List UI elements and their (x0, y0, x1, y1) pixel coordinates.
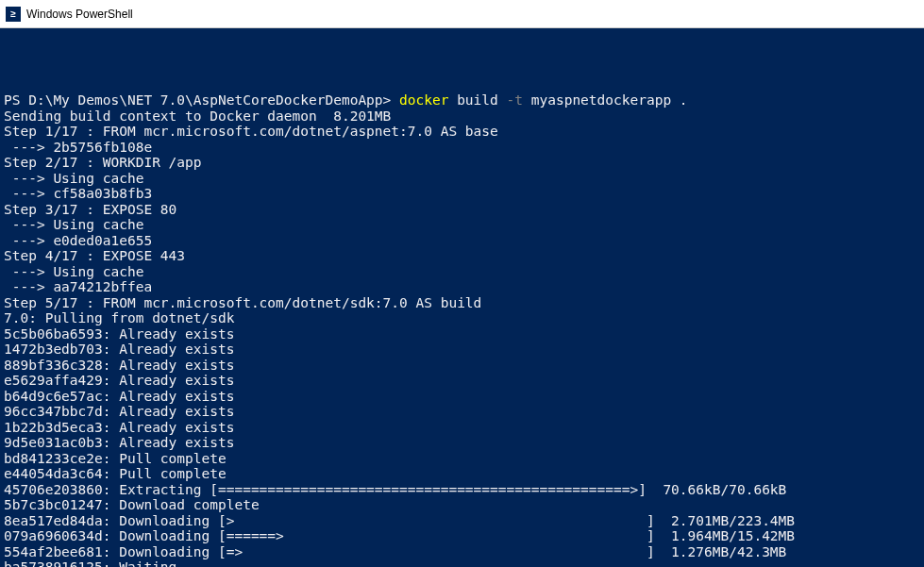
command-args: myaspnetdockerapp . (531, 92, 688, 108)
output-line: Step 1/17 : FROM mcr.microsoft.com/dotne… (4, 124, 498, 139)
powershell-icon: ≥ (6, 7, 21, 22)
terminal-output[interactable]: PS D:\My Demos\NET 7.0\AspNetCoreDockerD… (0, 28, 924, 567)
output-line: 5c5b06ba6593: Already exists (4, 326, 234, 342)
command-flag: -t (507, 92, 531, 108)
output-line: Sending build context to Docker daemon 8… (4, 108, 391, 124)
output-line: 5b7c3bc01247: Download complete (4, 497, 260, 512)
prompt-prefix: PS D:\My Demos\NET 7.0\AspNetCoreDockerD… (4, 92, 399, 108)
output-line: Step 4/17 : EXPOSE 443 (4, 248, 185, 263)
output-line: bd841233ce2e: Pull complete (4, 451, 227, 466)
output-line: Step 3/17 : EXPOSE 80 (4, 202, 176, 217)
output-line: 554af2bee681: Downloading [=> ] 1.276MB/… (4, 544, 786, 559)
output-line: 96cc347bbc7d: Already exists (4, 404, 234, 419)
output-line: ---> cf58a03b8fb3 (4, 186, 152, 201)
output-line: 889bf336c328: Already exists (4, 358, 234, 373)
output-line: Step 5/17 : FROM mcr.microsoft.com/dotne… (4, 295, 481, 310)
output-line: 079a6960634d: Downloading [======> ] 1.9… (4, 528, 795, 543)
output-line: 45706e203860: Extracting [==============… (4, 482, 786, 497)
output-line: e5629affa429: Already exists (4, 373, 234, 388)
output-line: ---> 2b5756fb108e (4, 140, 152, 155)
output-line: ---> Using cache (4, 264, 143, 279)
titlebar[interactable]: ≥ Windows PowerShell (0, 0, 924, 28)
output-line: ba5738916125: Waiting (4, 559, 176, 567)
output-line: ---> e0ded0a1e655 (4, 233, 152, 248)
output-line: ---> Using cache (4, 217, 143, 232)
prompt-line: PS D:\My Demos\NET 7.0\AspNetCoreDockerD… (4, 92, 688, 108)
blank-line (4, 77, 12, 92)
output-line: ---> aa74212bffea (4, 279, 152, 294)
blank-line (4, 46, 12, 61)
output-line: e44054da3c64: Pull complete (4, 466, 227, 481)
window-title: Windows PowerShell (26, 8, 133, 21)
blank-line (4, 61, 12, 76)
command-sub: build (457, 92, 506, 108)
output-line: 1472b3edb703: Already exists (4, 342, 234, 357)
output-line: b64d9c6e57ac: Already exists (4, 389, 234, 404)
output-line: 1b22b3d5eca3: Already exists (4, 420, 234, 435)
output-line: ---> Using cache (4, 171, 143, 186)
output-line: 8ea517ed84da: Downloading [> ] 2.701MB/2… (4, 513, 795, 528)
output-line: 9d5e031ac0b3: Already exists (4, 435, 234, 450)
command-docker: docker (399, 92, 457, 108)
output-line: 7.0: Pulling from dotnet/sdk (4, 310, 234, 325)
output-line: Step 2/17 : WORKDIR /app (4, 155, 202, 170)
